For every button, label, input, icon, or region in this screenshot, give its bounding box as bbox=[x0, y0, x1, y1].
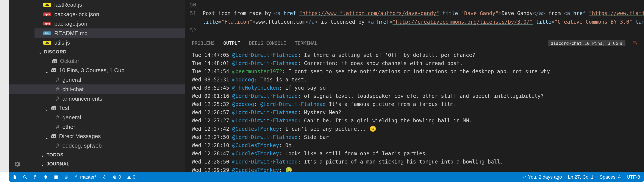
clear-output-icon[interactable] bbox=[632, 40, 638, 46]
activity-bar-bottom bbox=[8, 160, 26, 170]
vscode-window: JS lastRead.js npm package-lock.json npm… bbox=[8, 0, 644, 172]
status-warnings[interactable]: 0 bbox=[127, 174, 135, 180]
chat-message: Wed 12:28:47 @CuddlesTMonkey: Looks like… bbox=[192, 150, 638, 158]
status-cursor-pos[interactable]: Ln 27, Col 1 bbox=[568, 174, 594, 180]
svg-point-2 bbox=[525, 176, 526, 177]
discord-server-ockular[interactable]: Ockular bbox=[8, 56, 185, 66]
hash-icon: # bbox=[56, 86, 60, 93]
gear-icon[interactable] bbox=[13, 160, 21, 170]
open-editors-or-files: JS lastRead.js npm package-lock.json npm… bbox=[8, 0, 185, 48]
status-sync-icon[interactable] bbox=[102, 175, 107, 179]
file-label: package-lock.json bbox=[54, 11, 99, 18]
server-label: Ockular bbox=[60, 58, 79, 64]
chevron-down-icon bbox=[45, 69, 48, 72]
discord-server-test[interactable]: Test bbox=[8, 104, 185, 113]
chat-message: Wed 12:27:50 @Lord·Dimwit·Flathead: Side… bbox=[192, 133, 638, 141]
chat-message: Wed 12:26:57 @Lord·Dimwit·Flathead: Myst… bbox=[192, 108, 638, 116]
discord-dm-head[interactable]: Direct Messages bbox=[8, 132, 185, 141]
chat-message: Tue 17:43:54 @beermunster1972: I dont se… bbox=[192, 68, 638, 76]
panel-tabbar: PROBLEMS OUTPUT DEBUG CONSOLE TERMINAL d… bbox=[185, 37, 644, 49]
tab-problems[interactable]: PROBLEMS bbox=[192, 40, 215, 46]
chevron-down-icon bbox=[39, 50, 42, 54]
chat-message: Wed 08:52:45 @TheHolyChicken: if you say… bbox=[192, 84, 638, 92]
chat-message: Tue 14:47:05 @Lord·Dimwit·Flathead: Is t… bbox=[192, 51, 638, 59]
status-errors[interactable]: 0 bbox=[113, 174, 121, 180]
file-label: README.md bbox=[54, 30, 88, 36]
status-search-icon[interactable] bbox=[23, 175, 27, 179]
js-icon: JS bbox=[43, 3, 51, 7]
chevron-down-icon bbox=[45, 107, 48, 110]
status-debug-icon[interactable] bbox=[44, 175, 48, 179]
chat-message: Wed 08:52:31 @oddcog: This is a test. bbox=[192, 76, 638, 84]
npm-icon: npm bbox=[43, 22, 51, 26]
chat-message: Wed 09:01:16 @Lord·Dimwit·Flathead: of s… bbox=[192, 92, 638, 100]
file-lastread[interactable]: JS lastRead.js bbox=[34, 0, 185, 10]
svg-point-1 bbox=[523, 177, 524, 178]
status-extensions-icon[interactable] bbox=[54, 175, 58, 179]
hash-icon: # bbox=[56, 76, 60, 83]
tab-output[interactable]: OUTPUT bbox=[223, 40, 240, 46]
output-selector-label: discord-chat.10 Pins, 3 Co bbox=[551, 41, 618, 46]
file-package-json[interactable]: npm package.json bbox=[34, 19, 185, 28]
hash-icon: # bbox=[56, 142, 60, 149]
channel-label: announcements bbox=[62, 96, 102, 102]
hash-icon: # bbox=[56, 114, 60, 121]
channel-test-general[interactable]: # general bbox=[8, 113, 185, 122]
channel-label: general bbox=[62, 76, 81, 83]
chevron-down-icon bbox=[45, 135, 48, 138]
file-utils[interactable]: JS utils.js bbox=[34, 38, 185, 48]
error-count: 0 bbox=[118, 174, 121, 180]
output-panel-content[interactable]: Tue 14:47:05 @Lord·Dimwit·Flathead: Is t… bbox=[185, 49, 644, 172]
discord-section-head[interactable]: DISCORD bbox=[8, 48, 185, 56]
discord-icon bbox=[51, 105, 56, 112]
chat-message: Wed 12:28:50 @Lord·Dimwit·Flathead: It's… bbox=[192, 158, 638, 166]
status-spaces[interactable]: Spaces: 4 bbox=[600, 174, 621, 180]
js-icon: JS bbox=[43, 41, 51, 44]
host-page-fragment bbox=[0, 0, 8, 172]
discord-icon bbox=[52, 58, 57, 64]
channel-announcements[interactable]: # announcements bbox=[8, 94, 185, 104]
server-label: Test bbox=[59, 105, 70, 112]
channel-chit-chat[interactable]: # chit-chat bbox=[8, 84, 185, 94]
discord-server-10pins[interactable]: 10 Pins, 3 Courses, 1 Cup bbox=[8, 66, 185, 75]
discord-icon bbox=[51, 133, 56, 140]
channel-label: oddcog, spfweb bbox=[62, 142, 102, 149]
markdown-icon: M↓ bbox=[43, 32, 51, 35]
blame-text: You, 2 days ago bbox=[528, 174, 562, 180]
code-editor[interactable]: 50 51 52 Post icon from made by <a href=… bbox=[185, 0, 644, 37]
status-encoding[interactable]: UTF-8 bbox=[627, 174, 640, 180]
file-readme[interactable]: M↓ README.md bbox=[34, 28, 185, 38]
status-source-control-icon[interactable] bbox=[33, 175, 38, 179]
tab-terminal[interactable]: TERMINAL bbox=[295, 40, 318, 46]
tab-debug-console[interactable]: DEBUG CONSOLE bbox=[249, 40, 286, 46]
updown-icon: ⇅ bbox=[620, 41, 622, 46]
channel-label: other bbox=[62, 124, 75, 130]
channel-general[interactable]: # general bbox=[8, 75, 185, 84]
output-channel-selector[interactable]: discord-chat.10 Pins, 3 Co ⇅ bbox=[548, 40, 626, 46]
status-git-branch[interactable]: master* bbox=[74, 174, 96, 180]
chat-message: Wed 12:28:10 @CuddlesTMonkey: Oh. bbox=[192, 141, 638, 150]
channel-label: chit-chat bbox=[62, 86, 84, 93]
discord-icon bbox=[51, 67, 56, 74]
line-gutter: 50 51 52 bbox=[190, 0, 202, 35]
channel-test-other[interactable]: # other bbox=[8, 122, 185, 132]
journal-section[interactable]: JOURNAL bbox=[8, 160, 185, 168]
status-todo-icon[interactable] bbox=[64, 175, 68, 179]
status-file-icon[interactable] bbox=[12, 175, 17, 179]
chevron-right-icon bbox=[41, 154, 44, 156]
chat-message: Wed 12:25:32 @oddcog: @Lord·Dimwit·Flath… bbox=[192, 100, 638, 108]
dm-oddcog-spfweb[interactable]: # oddcog, spfweb bbox=[8, 141, 185, 150]
status-bar: master* 0 0 You, 2 days ago Ln 27, Col 1… bbox=[8, 172, 644, 182]
hash-icon: # bbox=[56, 95, 60, 102]
hash-icon: # bbox=[56, 124, 60, 130]
editor-area: 50 51 52 Post icon from made by <a href=… bbox=[185, 0, 644, 172]
todos-section[interactable]: TODOS bbox=[8, 150, 185, 160]
chevron-right-icon bbox=[41, 162, 44, 166]
file-label: package.json bbox=[54, 20, 87, 27]
chat-message: Wed 12:27:42 @CuddlesTMonkey: I can't se… bbox=[192, 125, 638, 133]
status-gitlens-blame[interactable]: You, 2 days ago bbox=[522, 174, 562, 180]
chat-message: Tue 14:48:01 @Lord·Dimwit·Flathead: Corr… bbox=[192, 59, 638, 68]
chat-message: Wed 12:27:27 @Lord·Dimwit·Flathead: Can'… bbox=[192, 116, 638, 125]
file-package-lock[interactable]: npm package-lock.json bbox=[34, 10, 185, 19]
branch-label: master* bbox=[80, 174, 96, 180]
